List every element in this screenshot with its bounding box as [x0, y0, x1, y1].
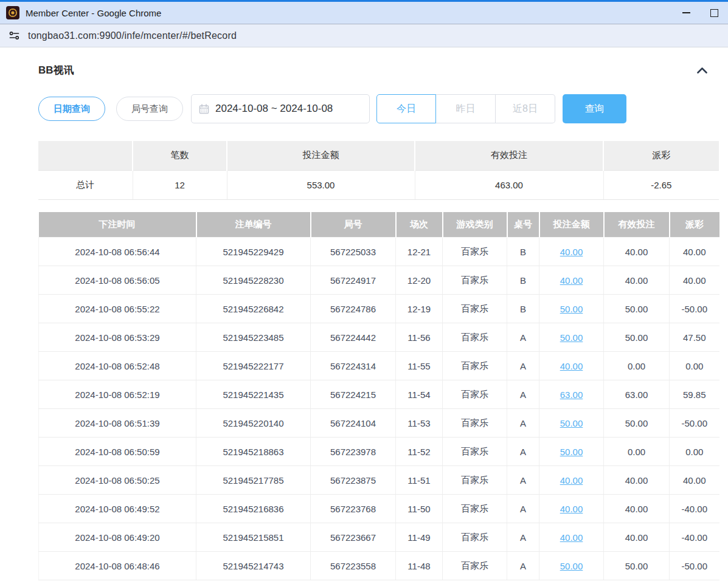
- summary-total-label: 总计: [38, 170, 133, 199]
- bet-amount-link[interactable]: 40.00: [560, 275, 583, 286]
- cell-bet-amount: 63.00: [539, 380, 604, 409]
- summary-header-blank: [38, 141, 133, 170]
- cell-round-id: 567224104: [311, 409, 396, 438]
- cell-session: 11-56: [396, 323, 443, 352]
- cell-bet-amount: 40.00: [539, 523, 604, 552]
- cell-table-no: A: [507, 409, 539, 438]
- cell-payout: 0.00: [670, 438, 719, 466]
- cell-table-no: A: [507, 495, 539, 523]
- cell-game-type: 百家乐: [443, 552, 507, 580]
- summary-table: 笔数 投注金额 有效投注 派彩 总计 12 553.00 463.00 -2.6…: [38, 141, 719, 200]
- cell-session: 11-48: [396, 552, 443, 580]
- cell-game-type: 百家乐: [443, 323, 507, 352]
- table-row: 2024-10-08 06:52:48521945222177567224314…: [39, 352, 719, 380]
- cell-valid-bet: 50.00: [604, 295, 670, 323]
- cell-bet-time: 2024-10-08 06:48:46: [39, 552, 196, 580]
- cell-round-id: 567223875: [311, 466, 396, 495]
- summary-total-row: 总计 12 553.00 463.00 -2.65: [38, 170, 719, 199]
- window-title: Member Center - Google Chrome: [26, 8, 672, 18]
- table-row: 2024-10-08 06:51:39521945220140567224104…: [39, 409, 719, 438]
- maximize-button[interactable]: [700, 2, 728, 24]
- cell-round-id: 567224442: [311, 323, 396, 352]
- window-controls: [672, 2, 728, 24]
- collapse-section-button[interactable]: [694, 64, 710, 77]
- cell-table-no: B: [507, 266, 539, 295]
- table-row: 2024-10-08 06:49:20521945215851567223667…: [39, 523, 719, 552]
- bet-amount-link[interactable]: 40.00: [560, 532, 583, 543]
- cell-game-type: 百家乐: [443, 352, 507, 380]
- url-text: tongbao31.com:9900/infe/mcenter/#/betRec…: [28, 30, 237, 41]
- round-query-tab[interactable]: 局号查询: [116, 97, 183, 121]
- table-row: 2024-10-08 06:53:29521945223485567224442…: [39, 323, 719, 352]
- cell-round-id: 567224314: [311, 352, 396, 380]
- site-favicon-icon: [6, 6, 19, 19]
- bet-amount-link[interactable]: 40.00: [560, 475, 583, 486]
- records-table: 下注时间注单编号局号场次游戏类别桌号投注金额有效投注派彩 2024-10-08 …: [38, 212, 719, 581]
- summary-payout-value: -2.65: [603, 170, 719, 199]
- cell-payout: 59.85: [670, 380, 719, 409]
- cell-bet-time: 2024-10-08 06:52:48: [39, 352, 196, 380]
- cell-bet-amount: 50.00: [539, 409, 604, 438]
- cell-bet-id: 521945218863: [196, 438, 311, 466]
- cell-bet-amount: 40.00: [539, 352, 604, 380]
- col-header-valid-bet: 有效投注: [604, 212, 670, 238]
- bet-amount-link[interactable]: 40.00: [560, 247, 583, 257]
- filter-toolbar: 日期查询 局号查询 2024-10-08 ~ 2024-10-08 今日 昨日 …: [38, 94, 719, 123]
- bet-amount-link[interactable]: 40.00: [560, 361, 583, 371]
- cell-bet-amount: 50.00: [539, 295, 604, 323]
- cell-game-type: 百家乐: [443, 380, 507, 409]
- cell-bet-id: 521945226842: [196, 295, 311, 323]
- cell-payout: 40.00: [670, 266, 719, 295]
- cell-bet-amount: 50.00: [539, 323, 604, 352]
- search-button[interactable]: 查询: [563, 94, 626, 123]
- tune-icon[interactable]: [7, 29, 21, 43]
- bet-amount-link[interactable]: 40.00: [560, 504, 583, 514]
- table-row: 2024-10-08 06:56:05521945228230567224917…: [39, 266, 719, 295]
- table-row: 2024-10-08 06:48:46521945214743567223558…: [39, 552, 719, 580]
- cell-payout: -50.00: [670, 552, 719, 580]
- cell-round-id: 567225033: [311, 238, 396, 266]
- bet-amount-link[interactable]: 50.00: [560, 447, 583, 457]
- bet-amount-link[interactable]: 50.00: [560, 304, 583, 314]
- calendar-icon: [199, 104, 209, 114]
- cell-table-no: A: [507, 380, 539, 409]
- cell-session: 12-21: [396, 238, 443, 266]
- cell-bet-id: 521945228230: [196, 266, 311, 295]
- col-header-bet-id: 注单编号: [196, 212, 311, 238]
- quick-range-today[interactable]: 今日: [376, 94, 436, 123]
- address-bar[interactable]: tongbao31.com:9900/infe/mcenter/#/betRec…: [0, 24, 728, 47]
- cell-bet-id: 521945220140: [196, 409, 311, 438]
- cell-bet-time: 2024-10-08 06:49:52: [39, 495, 196, 523]
- cell-session: 11-52: [396, 438, 443, 466]
- cell-table-no: A: [507, 438, 539, 466]
- records-header-row: 下注时间注单编号局号场次游戏类别桌号投注金额有效投注派彩: [39, 212, 719, 238]
- cell-round-id: 567223768: [311, 495, 396, 523]
- cell-bet-amount: 40.00: [539, 466, 604, 495]
- cell-bet-id: 521945214743: [196, 552, 311, 580]
- date-query-tab[interactable]: 日期查询: [38, 97, 105, 121]
- bet-amount-link[interactable]: 50.00: [560, 332, 583, 343]
- col-header-game-type: 游戏类别: [443, 212, 507, 238]
- cell-payout: 47.50: [670, 323, 719, 352]
- minimize-button[interactable]: [672, 2, 700, 24]
- bet-record-page: BB视讯 日期查询 局号查询 2024-10-08 ~ 2024-10-08 今…: [0, 47, 728, 580]
- summary-count-value: 12: [133, 170, 227, 199]
- date-range-input[interactable]: 2024-10-08 ~ 2024-10-08: [191, 94, 370, 123]
- quick-range-last8days[interactable]: 近8日: [496, 94, 555, 123]
- quick-range-yesterday[interactable]: 昨日: [436, 94, 496, 123]
- cell-game-type: 百家乐: [443, 238, 507, 266]
- cell-bet-amount: 50.00: [539, 552, 604, 580]
- bet-amount-link[interactable]: 50.00: [560, 418, 583, 428]
- bet-amount-link[interactable]: 50.00: [560, 561, 583, 571]
- bet-amount-link[interactable]: 63.00: [560, 390, 583, 400]
- cell-valid-bet: 40.00: [604, 523, 670, 552]
- cell-table-no: A: [507, 352, 539, 380]
- cell-bet-time: 2024-10-08 06:55:22: [39, 295, 196, 323]
- cell-session: 12-19: [396, 295, 443, 323]
- cell-bet-time: 2024-10-08 06:49:20: [39, 523, 196, 552]
- cell-bet-id: 521945223485: [196, 323, 311, 352]
- col-header-bet-time: 下注时间: [39, 212, 196, 238]
- cell-bet-time: 2024-10-08 06:50:59: [39, 438, 196, 466]
- cell-valid-bet: 50.00: [604, 323, 670, 352]
- col-header-bet-amount: 投注金额: [539, 212, 604, 238]
